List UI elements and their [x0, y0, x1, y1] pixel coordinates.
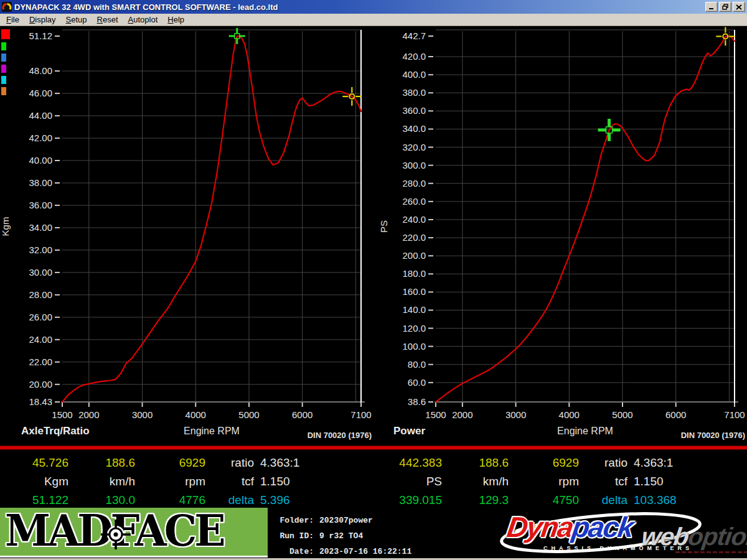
- svg-text:42.00: 42.00: [29, 133, 52, 143]
- date-value: 2023-07-16 16:22:11: [319, 544, 489, 559]
- runid-label: Run ID:: [275, 528, 314, 544]
- app-icon: [2, 2, 12, 12]
- svg-text:80.0: 80.0: [408, 359, 426, 370]
- run-color-swatch[interactable]: [1, 42, 6, 50]
- svg-text:51.12: 51.12: [29, 30, 52, 41]
- svg-text:24.00: 24.00: [29, 334, 52, 345]
- svg-text:160.0: 160.0: [402, 286, 426, 297]
- power-chart: 442.7420.0400.0380.0360.0340.0320.0300.0…: [374, 26, 747, 446]
- power-curve: [436, 36, 735, 402]
- svg-text:Engine RPM: Engine RPM: [557, 426, 613, 436]
- close-icon: [736, 4, 742, 10]
- svg-text:1500: 1500: [52, 409, 72, 420]
- chart-captions: PowerEngine RPMDIN 70020 (1976)PS: [378, 220, 745, 440]
- svg-text:Power: Power: [393, 425, 425, 437]
- minimize-icon: [708, 4, 715, 10]
- gridlines: [62, 31, 361, 402]
- svg-text:420.0: 420.0: [402, 51, 426, 62]
- watermark-web: web: [640, 523, 690, 550]
- svg-text:6000: 6000: [292, 409, 312, 420]
- axis-tick-labels: 442.7420.0400.0380.0360.0340.0320.0300.0…: [402, 30, 745, 420]
- menu-display[interactable]: Display: [24, 14, 61, 26]
- readout-panel-torque: 45.726 188.6 6929 ratio 4.363:1 Kgm km/h…: [0, 450, 374, 506]
- cursor-speed-value: 188.6: [68, 454, 135, 472]
- svg-text:3000: 3000: [505, 409, 526, 420]
- svg-text:46.00: 46.00: [29, 88, 52, 98]
- svg-text:28.00: 28.00: [29, 289, 52, 300]
- readout-section: 45.726 188.6 6929 ratio 4.363:1 Kgm km/h…: [0, 450, 747, 506]
- restore-icon: [722, 4, 729, 10]
- svg-text:20.00: 20.00: [29, 379, 52, 390]
- run-info: Folder: 202307power Run ID: 9 r32 TO4 Da…: [268, 506, 489, 558]
- run-info-folder: Folder: 202307power: [275, 513, 489, 528]
- cursor-rpm-value: 6929: [509, 454, 579, 472]
- window-controls: [705, 2, 745, 12]
- svg-text:38.00: 38.00: [29, 177, 52, 188]
- svg-text:40.00: 40.00: [29, 155, 52, 166]
- gridlines: [436, 31, 735, 402]
- watermark-option: option: [687, 523, 747, 550]
- svg-text:18.43: 18.43: [29, 396, 52, 407]
- speed-unit: km/h: [442, 472, 509, 491]
- run-color-swatch[interactable]: [1, 87, 6, 95]
- ratio-value: 4.363:1: [627, 454, 747, 472]
- svg-text:220.0: 220.0: [402, 232, 426, 243]
- svg-text:200.0: 200.0: [402, 250, 426, 261]
- svg-text:Engine RPM: Engine RPM: [184, 426, 240, 436]
- svg-text:340.0: 340.0: [402, 123, 426, 134]
- menu-reset[interactable]: Reset: [92, 14, 123, 26]
- torque-unit: Kgm: [0, 472, 68, 491]
- ratio-value: 4.363:1: [254, 454, 374, 472]
- window-title: DYNAPACK 32 4WD with SMART CONTROL SOFTW…: [14, 2, 705, 12]
- svg-text:36.00: 36.00: [29, 200, 52, 210]
- svg-text:30.00: 30.00: [29, 267, 52, 278]
- svg-text:22.00: 22.00: [29, 357, 52, 367]
- svg-text:32.00: 32.00: [29, 245, 52, 255]
- svg-text:1500: 1500: [425, 409, 446, 420]
- run-color-swatch[interactable]: [1, 76, 6, 84]
- dynapack-wordmark: Dynapack: [505, 510, 635, 544]
- menu-autoplot[interactable]: Autoplot: [123, 14, 163, 26]
- madface-wordmark: MADFACE: [0, 508, 268, 554]
- svg-text:PS: PS: [378, 220, 389, 233]
- svg-text:38.6: 38.6: [408, 396, 426, 407]
- minimize-button[interactable]: [705, 2, 718, 12]
- svg-text:3000: 3000: [132, 409, 153, 420]
- run-color-swatch[interactable]: [1, 29, 10, 39]
- close-button[interactable]: [733, 2, 745, 12]
- svg-text:140.0: 140.0: [402, 304, 426, 315]
- svg-text:4000: 4000: [186, 409, 206, 420]
- title-bar: DYNAPACK 32 4WD with SMART CONTROL SOFTW…: [0, 0, 747, 14]
- tcf-value: 1.150: [627, 472, 747, 491]
- svg-text:442.7: 442.7: [402, 30, 426, 41]
- menu-help[interactable]: Help: [162, 14, 189, 26]
- speed-unit: km/h: [68, 472, 135, 491]
- torque-curve: [62, 36, 361, 402]
- svg-text:300.0: 300.0: [402, 160, 426, 170]
- svg-text:2000: 2000: [452, 409, 472, 420]
- svg-text:DIN 70020 (1976): DIN 70020 (1976): [308, 431, 372, 440]
- run-color-legend: [1, 29, 10, 95]
- menu-setup[interactable]: Setup: [61, 14, 92, 26]
- menu-file[interactable]: File: [1, 14, 24, 26]
- axis-tick-labels: 51.1248.0046.0044.0042.0040.0038.0036.00…: [29, 30, 371, 420]
- svg-text:400.0: 400.0: [402, 69, 426, 80]
- svg-text:5000: 5000: [612, 409, 632, 420]
- run-color-swatch[interactable]: [1, 65, 6, 73]
- watermark-caption-stripe: [675, 551, 747, 553]
- restore-button[interactable]: [719, 2, 731, 12]
- run-color-swatch[interactable]: [1, 54, 6, 62]
- menu-bar: File Display Setup Reset Autoplot Help: [0, 14, 747, 26]
- tcf-label: tcf: [205, 472, 254, 491]
- svg-text:AxleTrq/Ratio: AxleTrq/Ratio: [21, 425, 90, 437]
- torque-chart: 51.1248.0046.0044.0042.0040.0038.0036.00…: [0, 26, 374, 446]
- power-unit: PS: [374, 472, 442, 491]
- dynapack-word-pack: pack: [570, 511, 635, 543]
- folder-value: 202307power: [319, 513, 489, 528]
- svg-text:7100: 7100: [350, 409, 371, 420]
- madface-logo: MADFACE: [0, 508, 268, 558]
- readout-panel-power: 442.383 188.6 6929 ratio 4.363:1 PS km/h…: [374, 450, 747, 506]
- run-info-date: Date: 2023-07-16 16:22:11: [275, 544, 489, 559]
- separator-bar: [0, 446, 747, 450]
- tcf-value: 1.150: [254, 472, 374, 491]
